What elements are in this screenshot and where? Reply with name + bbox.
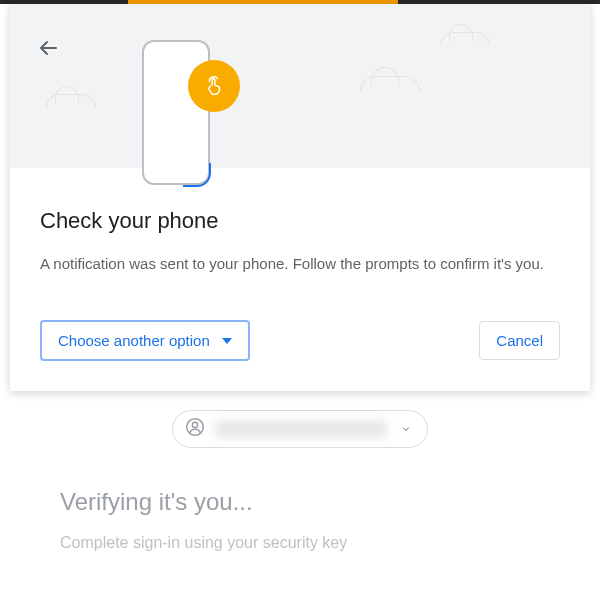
chevron-down-icon[interactable] <box>397 420 415 438</box>
cloud-decoration <box>360 76 420 92</box>
verify-subtext: Complete sign-in using your security key <box>60 534 540 552</box>
phone-illustration <box>142 40 214 185</box>
choose-option-label: Choose another option <box>58 332 210 349</box>
modal-subtext: A notification was sent to your phone. F… <box>40 252 560 275</box>
modal-body: Check your phone A notification was sent… <box>10 168 590 391</box>
cloud-decoration <box>440 32 490 46</box>
choose-another-option-button[interactable]: Choose another option <box>40 320 250 361</box>
modal-actions: Choose another option Cancel <box>40 320 560 361</box>
cloud-decoration <box>46 94 96 108</box>
account-email-redacted <box>215 420 387 438</box>
cancel-button[interactable]: Cancel <box>479 321 560 360</box>
back-button[interactable] <box>34 34 62 62</box>
tap-icon <box>188 60 240 112</box>
check-phone-modal: Check your phone A notification was sent… <box>10 4 590 391</box>
backdrop-verify-panel: Verifying it's you... Complete sign-in u… <box>60 410 540 552</box>
modal-hero <box>10 4 590 168</box>
account-chip[interactable] <box>172 410 428 448</box>
user-avatar-icon <box>185 417 205 441</box>
caret-down-icon <box>222 338 232 344</box>
phone-frame <box>142 40 210 185</box>
svg-point-1 <box>192 422 197 427</box>
verify-heading: Verifying it's you... <box>60 488 540 516</box>
modal-heading: Check your phone <box>40 208 560 234</box>
phone-loading-arc <box>183 163 211 187</box>
arrow-left-icon <box>36 36 60 60</box>
